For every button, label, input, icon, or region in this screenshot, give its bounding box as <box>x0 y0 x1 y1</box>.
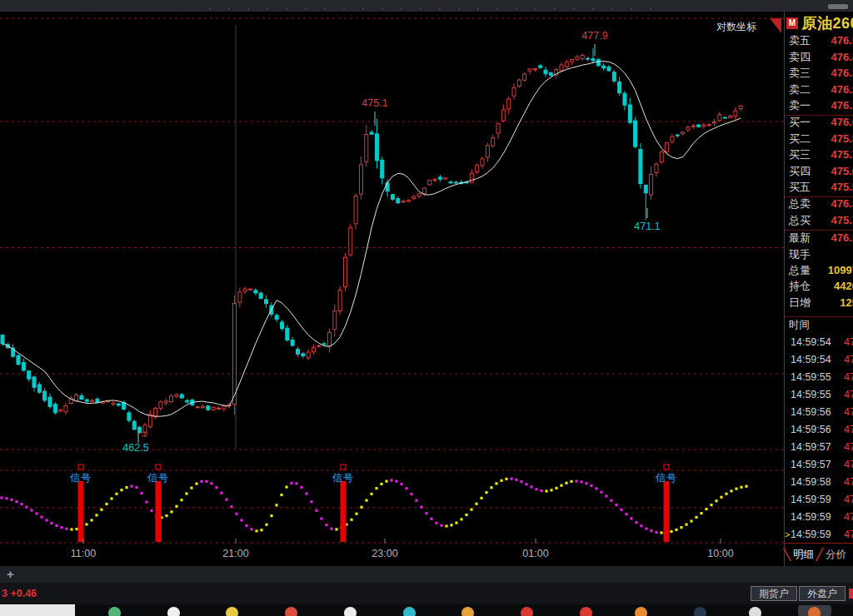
bid-row-4[interactable]: 买四475.6 <box>785 163 853 180</box>
row-value: 476.1 <box>831 230 853 246</box>
row-value: 125 <box>840 295 853 311</box>
ask-row-4[interactable]: 卖四476.4 <box>785 49 853 66</box>
status-bar: 3 +0.46 期货户 外盘户 <box>0 583 853 604</box>
row-label: 日增 <box>789 295 811 311</box>
dock-icon[interactable] <box>108 607 121 616</box>
section-divider <box>785 115 853 116</box>
trade-time: 14:59:59 <box>791 526 831 543</box>
bid-row-2[interactable]: 买二475.8 <box>785 131 853 147</box>
section-divider <box>785 230 853 231</box>
clipped-menu-bar <box>0 0 853 12</box>
trade-price: 476.1 <box>844 439 853 455</box>
trade-price: 476.1 <box>844 474 853 490</box>
bid-row-3[interactable]: 买三475.7 <box>785 147 853 163</box>
trades-header-label: 时间 <box>789 316 810 333</box>
trade-price: 476.1 <box>844 509 853 525</box>
dock-icon[interactable] <box>635 607 647 616</box>
trading-app-window: 对数坐标 477.9475.1471.1462.511:0021:0023:00… <box>0 0 853 616</box>
market-badge: M <box>786 17 798 29</box>
row-value: 4426 <box>834 278 853 295</box>
detail-tabs: 明细 分价 <box>785 543 853 565</box>
row-label: 卖五 <box>789 32 811 49</box>
trade-time: 14:59:55 <box>791 369 831 385</box>
row-label: 持仓 <box>789 278 811 295</box>
row-value: 476.3 <box>831 65 853 82</box>
row-label: 买四 <box>789 163 811 180</box>
dock-icon[interactable] <box>461 607 474 616</box>
row-value: 475.8 <box>831 131 853 147</box>
trade-row: 14:59:58476.1 <box>785 474 853 490</box>
trade-row: 14:59:54476.1 <box>785 351 853 368</box>
trade-row: 14:59:59476.1 <box>785 491 853 508</box>
ask-row-5[interactable]: 卖五476.5 <box>785 32 853 49</box>
clipped-red-glyph <box>849 589 853 599</box>
total-row: 总卖476.3 <box>785 196 853 212</box>
row-value: 476.4 <box>831 49 853 66</box>
row-label: 最新 <box>789 230 811 246</box>
row-value: 475.5 <box>831 179 853 196</box>
dock-icon[interactable] <box>344 607 357 616</box>
tab-divider <box>816 548 825 561</box>
instrument-title-row: M 原油260 <box>786 13 853 33</box>
dock-icon[interactable] <box>285 607 297 616</box>
stat-row: 现手 <box>785 246 853 263</box>
trade-price: 476.1 <box>844 404 853 420</box>
add-indicator-button[interactable]: + <box>7 567 14 581</box>
row-value: 476.1 <box>831 97 853 114</box>
ask-row-2[interactable]: 卖二476.2 <box>785 82 853 98</box>
row-value: 476.5 <box>831 32 853 49</box>
row-value: 475.6 <box>831 163 853 180</box>
bid-row-1[interactable]: 买一476.0 <box>785 114 853 131</box>
stat-row: 持仓4426 <box>785 278 853 295</box>
trade-row: 14:59:56476.1 <box>785 421 853 438</box>
trade-time: 14:59:59 <box>791 509 831 525</box>
tab-divider <box>783 548 792 561</box>
bid-row-5[interactable]: 买五475.5 <box>785 179 853 196</box>
trade-row: 14:59:57476.1 <box>785 456 853 473</box>
section-divider <box>785 196 853 197</box>
row-value: 475.7 <box>831 147 853 163</box>
ask-row-1[interactable]: 卖一476.1 <box>785 97 853 114</box>
row-label: 总卖 <box>789 196 811 212</box>
trade-price: 476.1 <box>844 421 853 438</box>
row-value: 476.0 <box>831 114 853 131</box>
dock-icon[interactable] <box>226 607 238 616</box>
dock-left-window <box>0 604 75 616</box>
dock-icon[interactable] <box>580 607 592 616</box>
trade-row: 14:59:55476.1 <box>785 386 853 403</box>
row-value: 476.2 <box>831 82 853 98</box>
tab-detail[interactable]: 明细 <box>793 548 814 562</box>
row-label: 买五 <box>789 179 811 196</box>
foreign-account-button[interactable]: 外盘户 <box>799 586 846 601</box>
trade-time: 14:59:54 <box>791 334 831 350</box>
row-label: 买二 <box>789 131 811 147</box>
total-row: 总买475.7 <box>785 212 853 229</box>
trade-price: 476.1 <box>844 456 853 473</box>
trade-time: 14:59:55 <box>791 386 831 403</box>
price-change-text: 3 +0.46 <box>2 588 37 599</box>
stat-row: 总量10997 <box>785 262 853 279</box>
tab-price-dist[interactable]: 分价 <box>826 548 846 562</box>
trade-price: 476.1 <box>844 334 853 350</box>
trade-time: 14:59:57 <box>791 439 831 455</box>
trade-price: 476.1 <box>844 351 853 368</box>
dock-icon[interactable] <box>694 607 706 616</box>
trade-row: 14:59:59476.1 <box>785 509 853 525</box>
dock-icon[interactable] <box>167 607 180 616</box>
trade-price: 476.1 <box>844 491 853 508</box>
trade-price: 476.1 <box>844 369 853 385</box>
instrument-title: 原油260 <box>801 15 853 32</box>
row-label: 总量 <box>789 262 811 279</box>
dock-icon[interactable] <box>749 607 761 616</box>
row-value: 475.7 <box>831 212 853 229</box>
ask-row-3[interactable]: 卖三476.3 <box>785 65 853 82</box>
trade-row: 14:59:55476.1 <box>785 369 853 385</box>
candlestick-chart[interactable] <box>0 12 784 564</box>
trade-time: 14:59:59 <box>791 491 831 508</box>
dock-icon[interactable] <box>808 607 821 616</box>
trade-time: 14:59:54 <box>791 351 831 368</box>
dock-icon[interactable] <box>403 607 416 616</box>
futures-account-button[interactable]: 期货户 <box>751 586 797 601</box>
dock-icon[interactable] <box>521 607 533 616</box>
trade-price: 476.1 <box>844 386 853 403</box>
